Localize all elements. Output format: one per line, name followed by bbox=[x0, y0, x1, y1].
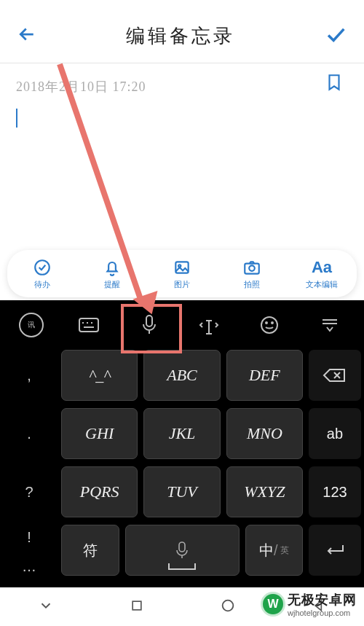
toolbar-todo[interactable]: 待办 bbox=[7, 250, 77, 297]
cursor-icon bbox=[198, 315, 220, 335]
key-pqrs[interactable]: PQRS bbox=[61, 466, 138, 517]
keyboard-switch-button[interactable] bbox=[74, 310, 104, 340]
watermark-logo: W bbox=[263, 594, 283, 614]
bookmark-button[interactable] bbox=[325, 73, 344, 95]
svg-point-4 bbox=[249, 265, 255, 271]
key-123[interactable]: 123 bbox=[309, 466, 361, 517]
page-title: 编辑备忘录 bbox=[126, 23, 235, 49]
svg-rect-16 bbox=[179, 542, 185, 552]
key-ghi[interactable]: GHI bbox=[61, 408, 138, 459]
arrow-left-icon bbox=[16, 23, 38, 45]
svg-point-18 bbox=[223, 600, 234, 611]
key-jkl[interactable]: JKL bbox=[143, 408, 220, 459]
svg-point-13 bbox=[272, 322, 273, 324]
todo-icon bbox=[33, 258, 52, 277]
memo-toolbar: 待办 提醒 图片 拍照 Aa 文本编辑 bbox=[7, 250, 357, 297]
collapse-button[interactable] bbox=[314, 310, 345, 340]
nav-collapse[interactable] bbox=[38, 598, 54, 617]
enter-icon bbox=[324, 543, 346, 557]
nav-home[interactable] bbox=[220, 598, 236, 617]
text-edit-icon: Aa bbox=[312, 258, 332, 277]
toolbar-camera[interactable]: 拍照 bbox=[217, 250, 287, 297]
datetime-text: 2018年2月10日 17:20 bbox=[16, 78, 348, 95]
bell-icon bbox=[103, 258, 122, 277]
watermark-name: 无极安卓网 bbox=[288, 591, 357, 609]
keyboard-icon bbox=[78, 316, 100, 334]
svg-rect-17 bbox=[132, 601, 141, 610]
key-wxyz[interactable]: WXYZ bbox=[226, 466, 303, 517]
svg-rect-10 bbox=[146, 316, 152, 326]
back-button[interactable] bbox=[16, 23, 38, 48]
key-comma[interactable]: , bbox=[3, 350, 55, 401]
key-abc[interactable]: ABC bbox=[143, 350, 220, 401]
key-question[interactable]: ? bbox=[3, 466, 55, 517]
svg-rect-1 bbox=[175, 262, 188, 273]
key-enter[interactable] bbox=[309, 525, 361, 576]
key-backspace[interactable] bbox=[309, 350, 361, 401]
svg-point-11 bbox=[261, 317, 277, 333]
emoji-icon bbox=[259, 315, 280, 335]
key-ab[interactable]: ab bbox=[309, 408, 361, 459]
emoji-button[interactable] bbox=[254, 310, 285, 340]
image-icon bbox=[173, 258, 191, 277]
confirm-button[interactable] bbox=[323, 22, 348, 50]
text-cursor[interactable] bbox=[16, 109, 17, 128]
cursor-tool-button[interactable] bbox=[194, 310, 224, 340]
mic-small-icon bbox=[174, 541, 190, 560]
voice-input-button[interactable] bbox=[134, 310, 165, 340]
key-exclaim[interactable]: ! bbox=[3, 525, 55, 549]
square-icon bbox=[130, 598, 144, 613]
collapse-icon bbox=[320, 318, 340, 332]
bookmark-icon bbox=[325, 73, 344, 92]
toolbar-remind[interactable]: 提醒 bbox=[77, 250, 147, 297]
key-mno[interactable]: MNO bbox=[226, 408, 303, 459]
key-ellipsis[interactable]: … bbox=[3, 554, 55, 579]
key-lang-switch[interactable]: 中/英 bbox=[245, 525, 304, 576]
svg-point-0 bbox=[35, 260, 50, 275]
space-icon bbox=[167, 562, 197, 572]
key-space[interactable] bbox=[125, 525, 240, 576]
key-def[interactable]: DEF bbox=[226, 350, 303, 401]
svg-point-12 bbox=[266, 322, 267, 324]
camera-icon bbox=[242, 258, 261, 277]
watermark: W 无极安卓网 wjhotelgroup.com bbox=[263, 591, 357, 617]
chevron-down-icon bbox=[38, 598, 54, 614]
microphone-icon bbox=[141, 314, 158, 336]
check-icon bbox=[323, 22, 348, 47]
key-symbol[interactable]: 符 bbox=[61, 525, 119, 576]
nav-recent[interactable] bbox=[130, 598, 144, 616]
svg-rect-5 bbox=[79, 318, 98, 332]
key-tuv[interactable]: TUV bbox=[143, 466, 220, 517]
toolbar-image[interactable]: 图片 bbox=[147, 250, 217, 297]
backspace-icon bbox=[323, 367, 347, 384]
key-emote[interactable]: ^_^ bbox=[61, 350, 138, 401]
key-period[interactable]: . bbox=[3, 408, 55, 459]
toolbar-text-edit[interactable]: Aa 文本编辑 bbox=[287, 250, 357, 297]
circle-icon bbox=[220, 598, 236, 614]
watermark-url: wjhotelgroup.com bbox=[288, 609, 357, 617]
keyboard: 讯 , ^_^ ABC DEF . GHI JKL bbox=[0, 300, 364, 587]
ime-logo-button[interactable]: 讯 bbox=[19, 313, 44, 337]
iflytek-icon: 讯 bbox=[28, 320, 35, 330]
